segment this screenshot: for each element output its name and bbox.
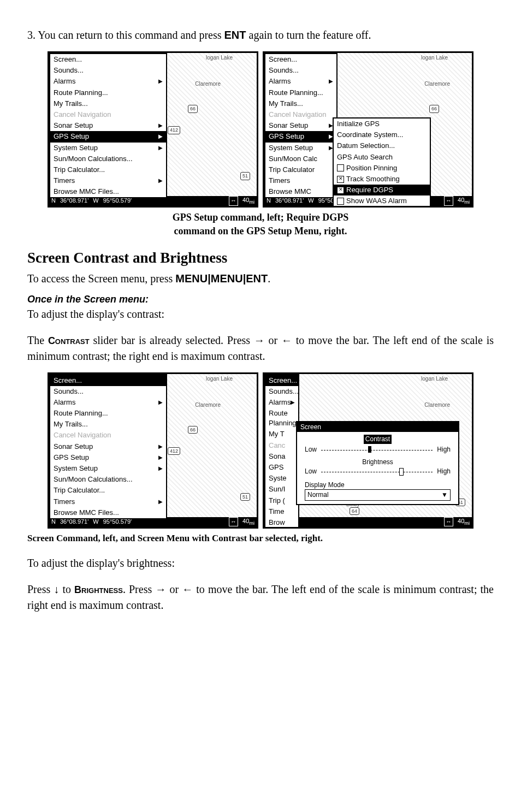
menu-item[interactable]: Sona [265, 451, 298, 462]
screen-dialog[interactable]: Screen Contrast Low High Brightness Low … [296, 421, 459, 506]
checkbox-icon[interactable] [337, 164, 344, 171]
access-text: To access the Screen menu, press [27, 272, 175, 285]
menu-item[interactable]: Alarms▶ [265, 76, 336, 87]
menu-item[interactable]: Alarms▶ [50, 397, 166, 408]
brightness-slider[interactable] [321, 471, 433, 472]
figure2-caption: Screen Command, left, and Screen Menu wi… [27, 532, 494, 545]
menu-item[interactable]: Sounds... [265, 65, 336, 76]
menu-item[interactable]: Alarms▶ [265, 397, 298, 408]
menu-item[interactable]: Canc [265, 440, 298, 451]
screenshot-gps-setup-left: logan Lake Claremore Sapulpa Bixby 66 41… [48, 51, 258, 208]
menu-item-label: Timers [54, 497, 75, 507]
menu-item[interactable]: Trip Calculator... [50, 485, 166, 496]
submenu-item-label: Require DGPS [346, 185, 393, 195]
menu-item[interactable]: GPS Setup▶ [50, 452, 166, 463]
menu-item-label: Sun/Moon Calculations... [54, 475, 133, 484]
menu-item[interactable]: GPS [265, 462, 298, 473]
submenu-item[interactable]: Position Pinning [334, 163, 430, 174]
submenu-item[interactable]: Coordinate System... [334, 129, 430, 140]
menu-item[interactable]: Trip ( [265, 495, 298, 506]
menu-item[interactable]: Cancel Navigation [50, 430, 166, 441]
display-mode-dropdown[interactable]: Display Mode Normal ▼ [305, 481, 451, 501]
menu-item[interactable]: My T [265, 429, 298, 440]
menu-item[interactable]: Brow [265, 517, 298, 528]
map-label-lake: logan Lake [421, 54, 448, 62]
menu-item[interactable]: Cancel Navigation [50, 109, 166, 120]
submenu-arrow-icon: ▶ [158, 177, 163, 185]
chevron-down-icon[interactable]: ▼ [441, 490, 448, 500]
screenshot-screen-right: logan Lake Claremore Bixby 51 64 Screen.… [263, 372, 473, 529]
menu-item[interactable]: Screen... [265, 375, 298, 386]
menu-item[interactable]: GPS Setup▶ [265, 131, 336, 142]
menu-item-label: Timers [54, 176, 75, 186]
menu-item[interactable]: System Setup▶ [265, 143, 336, 153]
menu-item-label: Browse MMC Files... [54, 187, 119, 197]
menu-item-label: Sun/I [269, 484, 285, 494]
menu-item[interactable]: Browse MMC [265, 186, 336, 197]
submenu-arrow-icon: ▶ [158, 78, 163, 85]
menu-item[interactable]: Timers▶ [50, 496, 166, 507]
menu-item-label: My Trails... [269, 99, 303, 109]
menu-item[interactable]: Sun/Moon Calculations... [50, 153, 166, 164]
menu-item[interactable]: Browse MMC Files... [50, 186, 166, 197]
menu-item-label: Sonar Setup [54, 442, 93, 452]
menu-item[interactable]: Sun/Moon Calculations... [50, 474, 166, 485]
menu-item[interactable]: System Setup▶ [50, 463, 166, 474]
menu-item[interactable]: Sun/I [265, 484, 298, 495]
submenu-item[interactable]: Initialize GPS [334, 118, 430, 129]
main-menu-right[interactable]: Screen...Sounds...Alarms▶Route Planning.… [264, 53, 338, 198]
menu-item[interactable]: Timers▶ [50, 175, 166, 186]
brightness-paragraph: Press ↓ to Brightness. Press → or ← to m… [27, 582, 494, 612]
menu-item[interactable]: Browse MMC Files... [50, 507, 166, 518]
contrast-slider[interactable] [321, 449, 433, 451]
menu-item[interactable]: GPS Setup▶ [50, 131, 166, 142]
route-66: 66 [429, 105, 439, 113]
checkbox-icon[interactable]: ✕ [337, 187, 344, 194]
submenu-item-label: GPS Auto Search [337, 152, 393, 162]
submenu-item[interactable]: Datum Selection... [334, 140, 430, 151]
checkbox-icon[interactable] [337, 198, 344, 205]
menu-item[interactable]: Syste [265, 473, 298, 484]
menu-item[interactable]: My Trails... [265, 98, 336, 109]
menu-item[interactable]: Route Planning... [265, 87, 336, 98]
menu-item[interactable]: Screen... [265, 54, 336, 65]
menu-item[interactable]: My Trails... [50, 98, 166, 109]
menu-item[interactable]: Route Planning... [50, 408, 166, 419]
menu-item[interactable]: Sonar Setup▶ [50, 120, 166, 131]
menu-item[interactable]: Route Planning... [265, 408, 298, 429]
gps-setup-submenu[interactable]: Initialize GPSCoordinate System...Datum … [333, 117, 431, 208]
submenu-arrow-icon: ▶ [158, 454, 163, 461]
menu-item[interactable]: Screen... [50, 54, 166, 65]
menu-item[interactable]: Sounds... [265, 386, 298, 397]
menu-item[interactable]: Screen... [50, 375, 166, 386]
menu-item[interactable]: Route Planning... [50, 87, 166, 98]
menu-item[interactable]: Alarms▶ [50, 76, 166, 87]
menu-item[interactable]: Trip Calculator [265, 164, 336, 175]
submenu-item[interactable]: ✕Require DGPS [334, 185, 430, 195]
menu-item[interactable]: Timers [265, 175, 336, 186]
main-menu-left[interactable]: Screen...Sounds...Alarms▶Route Planning.… [49, 53, 167, 198]
submenu-item[interactable]: GPS Auto Search [334, 152, 430, 163]
route-66: 66 [188, 426, 198, 434]
slider-high: High [437, 445, 451, 454]
checkbox-icon[interactable]: ✕ [337, 176, 344, 183]
submenu-item[interactable]: DGPS Status... [334, 207, 430, 208]
menu-item[interactable]: Sun/Moon Calc [265, 153, 336, 164]
brightness-handle[interactable] [399, 468, 404, 476]
menu-item-label: Sounds... [54, 66, 84, 75]
status-scale: 40mi [458, 517, 470, 527]
menu-item[interactable]: Sonar Setup▶ [50, 441, 166, 452]
main-menu-right[interactable]: Screen...Sounds...Alarms▶Route Planning.… [264, 374, 299, 529]
menu-item[interactable]: Cancel Navigation [265, 109, 336, 120]
contrast-handle[interactable] [368, 446, 371, 453]
menu-item[interactable]: Trip Calculator... [50, 164, 166, 175]
main-menu-left[interactable]: Screen...Sounds...Alarms▶Route Planning.… [49, 374, 167, 519]
menu-item[interactable]: Time [265, 506, 298, 517]
menu-item[interactable]: Sounds... [50, 65, 166, 76]
menu-item[interactable]: Sonar Setup▶ [265, 120, 336, 131]
menu-item[interactable]: System Setup▶ [50, 143, 166, 153]
submenu-item[interactable]: Show WAAS Alarm [334, 195, 430, 206]
menu-item[interactable]: My Trails... [50, 419, 166, 430]
menu-item[interactable]: Sounds... [50, 386, 166, 397]
submenu-item[interactable]: ✕Track Smoothing [334, 174, 430, 185]
